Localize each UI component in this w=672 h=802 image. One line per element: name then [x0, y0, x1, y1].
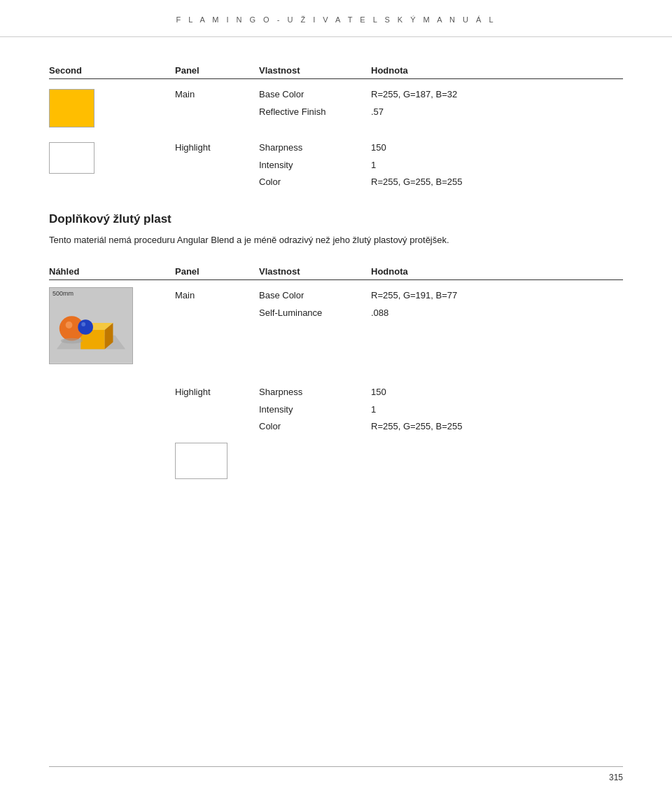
- bottom-table-header: Náhled Panel Vlastnost Hodnota: [49, 266, 623, 280]
- section-title: Doplňkový žlutý plast: [49, 212, 623, 226]
- white-swatch-bottom: [175, 443, 227, 479]
- scene-svg: [50, 287, 132, 364]
- bottom-section: Náhled Panel Vlastnost Hodnota 500mm: [49, 266, 623, 481]
- top-panel-highlight: Highlight: [175, 139, 259, 153]
- bottom-properties-highlight: Sharpness Intensity Color: [259, 384, 371, 436]
- svg-point-9: [61, 338, 83, 344]
- page-header: F L A M I N G O - U Ž I V A T E L S K Ý …: [0, 0, 672, 37]
- bottom-panel-main: Main: [175, 287, 259, 300]
- bottom-values-main: R=255, G=191, B=77 .088: [371, 287, 553, 322]
- col-second-header: Second: [49, 65, 175, 76]
- prop-intensity-top: Intensity: [259, 157, 371, 174]
- bottom-properties-main: Base Color Self-Luminance: [259, 287, 371, 322]
- top-panel-main: Main: [175, 86, 259, 99]
- orange-swatch: [49, 89, 94, 127]
- page-number: 315: [609, 773, 623, 782]
- footer-line: [49, 766, 623, 767]
- prop-sharpness-bottom: Sharpness: [259, 384, 371, 401]
- col-hodnota-header: Hodnota: [371, 65, 553, 76]
- bottom-row-highlight: Highlight Sharpness Intensity Color 150 …: [49, 384, 623, 436]
- preview-cell: 500mm: [49, 287, 140, 364]
- col-vlastnost-header: Vlastnost: [259, 65, 371, 76]
- preview-label: 500mm: [52, 290, 74, 297]
- val-self-luminance: .088: [371, 305, 553, 322]
- val-sharpness-bottom: 150: [371, 384, 553, 401]
- white-swatch: [49, 142, 94, 174]
- page-footer: 315: [609, 773, 623, 782]
- val-intensity-bottom: 1: [371, 401, 553, 419]
- val-sharpness-top: 150: [371, 139, 553, 157]
- val-color-bottom: R=255, G=255, B=255: [371, 418, 553, 436]
- top-row-highlight: Highlight Sharpness Intensity Color 150 …: [49, 139, 623, 191]
- bottom-panel-highlight: Highlight: [175, 384, 259, 397]
- prop-color-bottom: Color: [259, 418, 371, 436]
- val-intensity-top: 1: [371, 157, 553, 174]
- svg-point-6: [66, 322, 73, 329]
- prop-sharpness-top: Sharpness: [259, 139, 371, 157]
- col-panel-header-2: Panel: [175, 266, 259, 277]
- prop-base-color: Base Color: [259, 86, 371, 104]
- top-values-highlight: 150 1 R=255, G=255, B=255: [371, 139, 553, 191]
- top-swatch-orange-cell: [49, 86, 175, 130]
- section-desc: Tento materiál nemá proceduru Angular Bl…: [49, 233, 623, 248]
- prop-reflective: Reflective Finish: [259, 104, 371, 121]
- svg-point-8: [81, 322, 85, 326]
- svg-point-7: [78, 319, 93, 335]
- preview-image: 500mm: [49, 287, 133, 364]
- bottom-values-highlight: 150 1 R=255, G=255, B=255: [371, 384, 553, 436]
- prop-self-luminance: Self-Luminance: [259, 305, 371, 322]
- col-hodnota-header-2: Hodnota: [371, 266, 553, 277]
- top-row-main: Main Base Color Reflective Finish R=255,…: [49, 86, 623, 130]
- val-reflective: .57: [371, 104, 553, 121]
- col-panel-header: Panel: [175, 65, 259, 76]
- val-base-color: R=255, G=187, B=32: [371, 86, 553, 104]
- top-values-main: R=255, G=187, B=32 .57: [371, 86, 553, 120]
- col-vlastnost-header-2: Vlastnost: [259, 266, 371, 277]
- val-base-color-bottom: R=255, G=191, B=77: [371, 287, 553, 305]
- bottom-swatch-row: [49, 440, 623, 481]
- top-table-header: Second Panel Vlastnost Hodnota: [49, 65, 623, 79]
- top-properties-highlight: Sharpness Intensity Color: [259, 139, 371, 191]
- val-color-top: R=255, G=255, B=255: [371, 174, 553, 191]
- prop-color-top: Color: [259, 174, 371, 191]
- header-title: F L A M I N G O - U Ž I V A T E L S K Ý …: [176, 15, 496, 24]
- top-swatch-white-cell: [49, 139, 175, 176]
- top-properties-main: Base Color Reflective Finish: [259, 86, 371, 120]
- col-nahled-header: Náhled: [49, 266, 175, 277]
- page-content: Second Panel Vlastnost Hodnota Main Base…: [0, 37, 672, 544]
- prop-base-color-bottom: Base Color: [259, 287, 371, 305]
- prop-intensity-bottom: Intensity: [259, 401, 371, 419]
- top-section: Second Panel Vlastnost Hodnota Main Base…: [49, 65, 623, 191]
- bottom-row-main: 500mm: [49, 287, 623, 364]
